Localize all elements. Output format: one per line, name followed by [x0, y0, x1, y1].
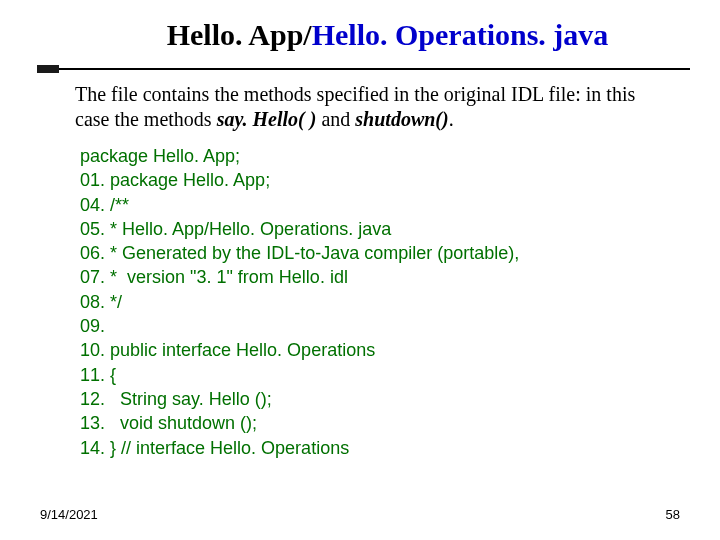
footer-date: 9/14/2021	[40, 507, 98, 522]
code-line: 05. * Hello. App/Hello. Operations. java	[80, 217, 680, 241]
code-line: 13. void shutdown ();	[80, 411, 680, 435]
code-line: package Hello. App;	[80, 144, 680, 168]
code-line: 08. */	[80, 290, 680, 314]
code-line: 10. public interface Hello. Operations	[80, 338, 680, 362]
description-paragraph: The file contains the methods specified …	[75, 82, 670, 132]
title-part-blue: Hello. Operations. java	[312, 18, 609, 51]
code-line: 04. /**	[80, 193, 680, 217]
code-line: 01. package Hello. App;	[80, 168, 680, 192]
code-line: 07. * version "3. 1" from Hello. idl	[80, 265, 680, 289]
divider-line	[37, 68, 690, 70]
title-part-black: Hello. App/	[167, 18, 312, 51]
desc-text-2: and	[316, 108, 355, 130]
code-line: 12. String say. Hello ();	[80, 387, 680, 411]
code-block: package Hello. App; 01. package Hello. A…	[80, 144, 680, 460]
desc-method-1: say. Hello( )	[217, 108, 317, 130]
desc-text-3: .	[449, 108, 454, 130]
divider-box	[37, 65, 59, 73]
slide-title: Hello. App/Hello. Operations. java	[95, 18, 680, 52]
code-line: 09.	[80, 314, 680, 338]
title-divider	[37, 66, 690, 72]
slide-footer: 9/14/2021 58	[40, 507, 680, 522]
code-line: 11. {	[80, 363, 680, 387]
code-line: 06. * Generated by the IDL-to-Java compi…	[80, 241, 680, 265]
desc-method-2: shutdown()	[355, 108, 448, 130]
footer-page-number: 58	[666, 507, 680, 522]
code-line: 14. } // interface Hello. Operations	[80, 436, 680, 460]
